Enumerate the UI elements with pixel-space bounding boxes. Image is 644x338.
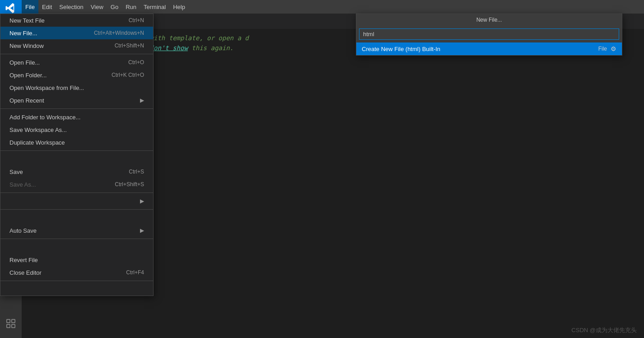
sep5 <box>0 209 153 210</box>
menu-item-save-workspace[interactable]: Save Workspace As... <box>0 123 153 136</box>
svg-rect-12 <box>12 319 15 323</box>
menu-item-open-recent[interactable]: Open Recent ▶ <box>0 94 153 107</box>
menu-item-exit[interactable] <box>0 283 153 296</box>
new-file-create-result[interactable]: Create New File (html) Built-In File ⚙ <box>356 42 622 55</box>
new-file-result-right: File ⚙ <box>598 45 616 52</box>
menu-go[interactable]: Go <box>107 0 122 14</box>
new-file-dialog: New File... Create New File (html) Built… <box>356 14 622 56</box>
new-file-result-type: File <box>598 46 607 52</box>
sep6 <box>0 239 153 239</box>
menu-selection[interactable]: Selection <box>56 0 87 14</box>
menu-bar: File Edit Selection View Go Run Terminal… <box>22 0 189 14</box>
new-file-input-wrap <box>356 26 622 42</box>
menu-edit[interactable]: Edit <box>38 0 56 14</box>
sep3 <box>0 150 153 151</box>
new-file-input[interactable] <box>359 28 619 40</box>
svg-rect-14 <box>12 324 15 328</box>
menu-item-share[interactable]: ▶ <box>0 195 153 207</box>
menu-item-open-workspace[interactable]: Open Workspace from File... <box>0 81 153 94</box>
menu-item-new-window[interactable]: New Window Ctrl+Shift+N <box>0 39 153 52</box>
menu-item-add-folder[interactable]: Add Folder to Workspace... <box>0 111 153 123</box>
menu-item-revert-file <box>0 241 153 253</box>
menu-run[interactable]: Run <box>122 0 140 14</box>
menu-item-new-text-file[interactable]: New Text File Ctrl+N <box>0 14 153 27</box>
menu-item-save[interactable] <box>0 153 153 165</box>
menu-item-save-as[interactable]: Save Ctrl+S <box>0 165 153 178</box>
gear-icon[interactable]: ⚙ <box>611 45 616 52</box>
menu-item-close-editor[interactable]: Revert File <box>0 253 153 266</box>
title-bar: File Edit Selection View Go Run Terminal… <box>22 0 644 14</box>
menu-item-preferences[interactable]: Auto Save ▶ <box>0 224 153 237</box>
new-file-result-label: Create New File (html) Built-In <box>362 46 598 52</box>
menu-help[interactable]: Help <box>169 0 189 14</box>
menu-item-new-file[interactable]: New File... Ctrl+Alt+Windows+N <box>0 27 153 39</box>
menu-item-open-file[interactable]: Open File... Ctrl+O <box>0 56 153 69</box>
menu-item-save-all: Save As... Ctrl+Shift+S <box>0 178 153 191</box>
file-menu-dropdown: New Text File Ctrl+N New File... Ctrl+Al… <box>0 14 154 296</box>
menu-file[interactable]: File <box>22 0 38 14</box>
sep2 <box>0 108 153 109</box>
new-file-dialog-title: New File... <box>356 14 622 26</box>
menu-item-auto-save[interactable] <box>0 211 153 224</box>
menu-item-close-window[interactable]: Close Editor Ctrl+F4 <box>0 266 153 279</box>
sep1 <box>0 54 153 54</box>
sep7 <box>0 281 153 281</box>
menu-item-open-folder[interactable]: Open Folder... Ctrl+K Ctrl+O <box>0 69 153 81</box>
menu-item-duplicate-workspace[interactable]: Duplicate Workspace <box>0 136 153 149</box>
menu-terminal[interactable]: Terminal <box>140 0 169 14</box>
sep4 <box>0 192 153 193</box>
activity-icon-extensions[interactable] <box>0 313 22 334</box>
watermark: CSDN @成为大佬先充头 <box>571 326 637 334</box>
svg-rect-13 <box>7 324 10 328</box>
menu-view[interactable]: View <box>87 0 107 14</box>
svg-rect-11 <box>7 319 10 323</box>
